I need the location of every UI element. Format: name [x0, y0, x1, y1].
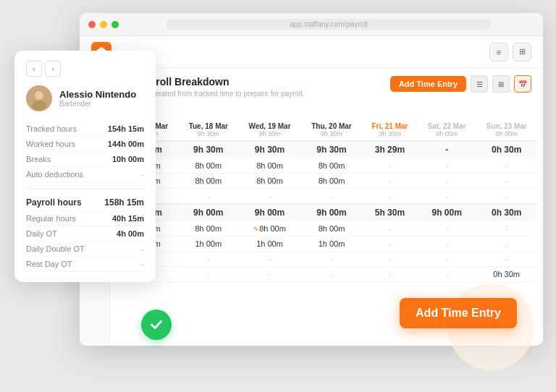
cell: - [238, 189, 301, 205]
table-row: - - - - - - 0h 30m [116, 267, 537, 282]
cell: - [418, 221, 476, 237]
cell: - [418, 189, 476, 205]
view-toggle-cal[interactable]: 📅 [514, 75, 531, 93]
titlebar-close[interactable] [88, 21, 96, 28]
stat-value: 158h 15m [104, 197, 144, 208]
stat-label: Worked hours [26, 140, 75, 148]
cell: 8h 00m [238, 158, 301, 174]
cell: 8h 00m [301, 221, 362, 237]
nav-icon-1[interactable]: ≡ [489, 43, 508, 61]
stat-value: - [141, 170, 144, 179]
stat-label: Daily Double OT [26, 244, 85, 253]
cell: - [418, 237, 476, 252]
cell: - [362, 189, 418, 205]
stat-worked-hours: Worked hours 144h 00m [26, 137, 144, 152]
cell: 8h 00m [179, 221, 238, 237]
titlebar-maximize[interactable] [111, 21, 119, 28]
card-next-button[interactable]: › [45, 61, 61, 77]
card-prev-button[interactable]: ‹ [26, 61, 42, 77]
check-icon [148, 317, 164, 333]
cell: - [476, 174, 537, 189]
cell: - [418, 158, 476, 174]
cell: - [179, 252, 238, 267]
col-header-tue: Tue, 18 Mar 9h 30m [179, 119, 238, 141]
cell: - [238, 252, 301, 267]
cell: - [362, 252, 418, 267]
cell: - [476, 237, 537, 252]
nav-icon-2[interactable]: ⊞ [513, 43, 531, 61]
edit-time-icon [253, 226, 259, 233]
stat-daily-ot: Daily OT 4h 00m [26, 226, 144, 242]
payroll-header: ← Payroll Breakdown Hours generated from… [110, 68, 543, 102]
view-toggle-list[interactable]: ☰ [471, 75, 488, 93]
stat-label: Regular hours [26, 214, 76, 223]
avatar [26, 85, 52, 111]
col-header-fri: Fri, 21 Mar 3h 30m [362, 119, 418, 141]
titlebar-minimize[interactable] [100, 21, 107, 28]
cell: 0h 30m [476, 141, 537, 158]
card-user: Alessio Nintendo Bartender [26, 85, 144, 111]
table-row: 8h 00m 8h 00m 8h 00m 8h 00m - - - [116, 174, 537, 189]
header-actions: Add Time Entry ☰ ⊞ 📅 [390, 75, 531, 93]
user-info: Alessio Nintendo Bartender [59, 89, 136, 108]
add-time-entry-button[interactable]: Add Time Entry [390, 76, 466, 92]
stat-label: Rest Day OT [26, 260, 72, 268]
cell: - [418, 141, 476, 158]
address-bar: app.staffany.com/payroll [167, 19, 491, 30]
cell: 8h 00m [238, 221, 301, 237]
calendar-nav: ‹ › [116, 102, 537, 119]
cell: 9h 00m [301, 204, 362, 221]
cell: - [362, 221, 418, 237]
cell: - [476, 252, 537, 267]
cell: 8h 00m [179, 158, 238, 174]
cell: 5h 30m [362, 204, 418, 221]
cell: 1h 00m [179, 237, 238, 252]
cell: - [301, 189, 362, 205]
table-row-section-2: 9h 00m 9h 00m 9h 00m 9h 00m 5h 30m 9h 00… [116, 204, 537, 221]
stat-breaks: Breaks 10h 00m [26, 152, 144, 167]
table-row: 8h 00m 8h 00m 8h 00m 8h 00m - - - [116, 158, 537, 174]
cell: - [362, 237, 418, 252]
cell: 9h 30m [179, 141, 238, 158]
stat-value: 10h 00m [112, 155, 144, 163]
cell: - [362, 158, 418, 174]
float-add-time-entry-button[interactable]: Add Time Entry [400, 298, 517, 328]
app-titlebar: app.staffany.com/payroll [80, 13, 543, 36]
table-row: - - - - - - - [116, 252, 537, 267]
stat-label: Breaks [26, 155, 51, 163]
cell: 8h 00m [301, 174, 362, 189]
stat-value: - [141, 260, 144, 268]
cell: - [301, 252, 362, 267]
stat-auto-deductions: Auto deductions - [26, 167, 144, 182]
col-header-thu: Thu, 20 Mar 9h 30m [301, 119, 362, 141]
cell: 9h 00m [418, 204, 476, 221]
cell: 8h 00m [301, 158, 362, 174]
stat-regular-hours: Regular hours 40h 15m [26, 211, 144, 226]
cell: 9h 30m [301, 141, 362, 158]
cell: 8h 00m [179, 174, 238, 189]
cell: 9h 00m [179, 204, 238, 221]
view-toggle-grid[interactable]: ⊞ [492, 75, 510, 93]
cell: 0h 30m [476, 267, 537, 282]
cell: 9h 00m [238, 204, 301, 221]
header-nav-icons: ≡ ⊞ [489, 43, 531, 61]
calendar-table: Mon, 17 Mar 9h 30m Tue, 18 Mar 9h 30m We… [116, 119, 537, 282]
stat-value: 154h 15m [108, 124, 144, 133]
cell: - [418, 267, 476, 282]
cell: - [179, 189, 238, 205]
cell: - [179, 267, 238, 282]
cell: - [476, 158, 537, 174]
col-header-wed: Wed, 19 Mar 9h 30m [238, 119, 301, 141]
table-row: 8h 00m 8h 00m 8h 00m 8h 00m - - - [116, 221, 537, 237]
table-row: - - - - - - - [116, 189, 537, 205]
user-role: Bartender [59, 100, 136, 108]
avatar-image [26, 85, 52, 111]
user-name: Alessio Nintendo [59, 89, 136, 100]
cell: 8h 00m [238, 174, 301, 189]
cell: - [418, 252, 476, 267]
cell: 1h 00m [238, 237, 301, 252]
cell: - [418, 174, 476, 189]
stat-rest-day-ot: Rest Day OT - [26, 257, 144, 272]
sidebar-card: ‹ › Alessio Nintendo Bartender Tracked h… [14, 51, 156, 282]
stat-tracked-hours: Tracked hours 154h 15m [26, 122, 144, 137]
